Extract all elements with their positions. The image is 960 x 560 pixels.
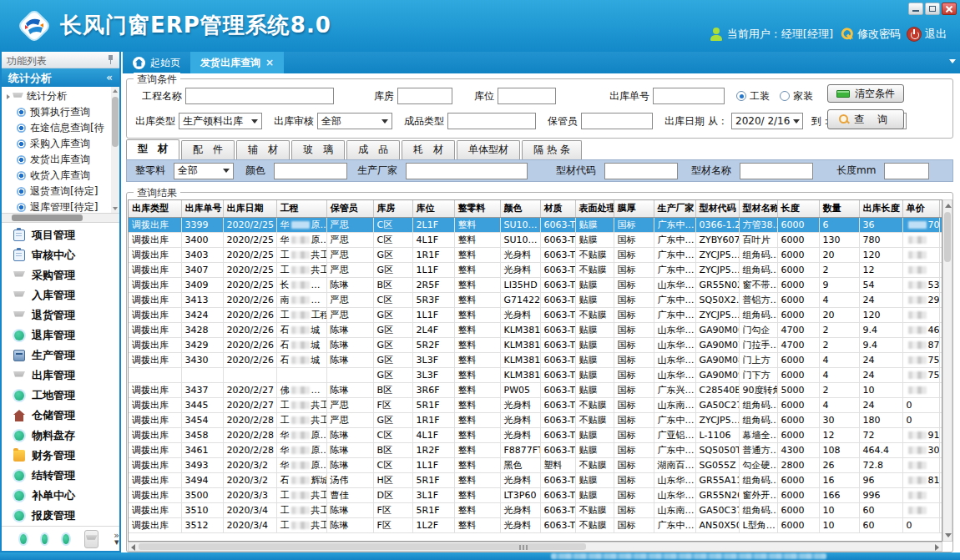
sidebar-item-生产管理[interactable]: 生产管理: [2, 346, 119, 366]
change-password-button[interactable]: 修改密码: [840, 27, 901, 42]
column-header[interactable]: 工程: [276, 200, 326, 217]
table-row[interactable]: 调拨出库34612020/2/28华原…陈琳B区1R2F整料F8877FT606…: [129, 442, 942, 457]
material-tab[interactable]: 成 品: [346, 140, 400, 159]
material-tab[interactable]: 隔 热 条: [522, 140, 582, 159]
sidebar-item-财务管理[interactable]: 财务管理: [2, 446, 119, 466]
toolbar-dot-button[interactable]: [63, 534, 69, 544]
tree-item[interactable]: 预算执行查询: [7, 104, 119, 120]
column-header[interactable]: 长度: [777, 200, 819, 217]
sidebar-item-采购管理[interactable]: 采购管理: [2, 265, 119, 285]
tree-vertical-scrollbar[interactable]: [111, 87, 119, 213]
sidebar-item-审核中心[interactable]: 审核中心: [2, 245, 119, 265]
audit-select[interactable]: 全部: [317, 113, 392, 129]
tree-horizontal-scrollbar[interactable]: [2, 214, 119, 223]
table-row[interactable]: 调拨出库35122020/3/4工共工程陈琳F区1L2F整料光身料6063-T5…: [129, 517, 942, 532]
tree-item[interactable]: 发货出库查询: [7, 152, 119, 168]
search-button[interactable]: 查 询: [827, 109, 904, 129]
column-header[interactable]: 单价: [902, 200, 939, 217]
close-button[interactable]: [942, 3, 957, 15]
material-tab[interactable]: 辅 材: [236, 140, 290, 159]
column-header[interactable]: 材质: [540, 200, 575, 217]
location-input[interactable]: [498, 88, 556, 104]
tree-item[interactable]: 采购入库查询: [7, 136, 119, 152]
tab-list-chevron-down-icon[interactable]: [949, 59, 956, 63]
table-row[interactable]: G区3L3F整料KLM38176063-T5贴膜国标山东华…GA90M09.门下…: [129, 367, 942, 382]
table-row[interactable]: 调拨出库34302020/2/26石城陈琳G区3L3F整料KLM38176063…: [129, 352, 942, 367]
tree-item[interactable]: 在途信息查询[待: [7, 120, 119, 136]
scroll-left-icon[interactable]: [131, 544, 135, 551]
column-header[interactable]: 型材代码: [695, 200, 739, 217]
sidebar-item-报废管理[interactable]: 报废管理: [2, 506, 119, 526]
scroll-up-icon[interactable]: [113, 89, 118, 93]
toolbar-more-button[interactable]: » ▾: [114, 532, 119, 546]
date-from-select[interactable]: 2020/ 2/16: [731, 113, 803, 129]
tree-item[interactable]: 退库管理[待定]: [7, 199, 119, 214]
manufacturer-input[interactable]: [406, 163, 528, 179]
collapse-icon[interactable]: «: [106, 71, 113, 83]
warehouse-input[interactable]: [397, 88, 452, 104]
material-tab[interactable]: 配 件: [181, 140, 235, 159]
column-header[interactable]: 保管员: [326, 200, 373, 217]
tree-item[interactable]: 收货入库查询: [7, 168, 119, 184]
toolbar-dot-button[interactable]: [20, 534, 27, 544]
tree-root-statistics[interactable]: 统计分析: [7, 88, 119, 104]
radio-gongzhuang[interactable]: 工装: [736, 89, 770, 103]
product-type-input[interactable]: [447, 113, 536, 129]
tab-close-icon[interactable]: ×: [265, 57, 274, 68]
material-tab[interactable]: 玻 璃: [291, 140, 345, 159]
table-row[interactable]: 调拨出库35002020/3/3工共工程曹佳D区3L1F整料LT3P606063…: [129, 487, 942, 502]
pin-icon[interactable]: [107, 55, 114, 64]
tab-home[interactable]: 起始页: [123, 52, 190, 73]
material-tab[interactable]: 单体型材: [457, 140, 520, 159]
tab-shipment-out-query[interactable]: 发货出库查询×: [190, 52, 284, 73]
clear-conditions-button[interactable]: 清空条件: [827, 84, 904, 103]
sidebar-item-物料盘存[interactable]: 物料盘存: [2, 426, 119, 446]
table-row[interactable]: 调拨出库34282020/2/26石城陈琳G区2L4F整料KLM38176063…: [129, 322, 942, 337]
table-row[interactable]: 调拨出库34542020/2/28工共工程严思G区1R1F整料光身料6063-T…: [129, 412, 942, 427]
scroll-down-icon[interactable]: [113, 207, 118, 210]
column-header[interactable]: 出库单号: [181, 200, 223, 217]
keeper-input[interactable]: [581, 113, 653, 129]
sidebar-item-退货管理[interactable]: 退货管理: [2, 305, 119, 325]
expand-icon[interactable]: [7, 94, 10, 99]
table-row[interactable]: 调拨出库34942020/3/2石辉城汤伟H区5R1F整料光身料6063-T5贴…: [129, 472, 942, 487]
length-input[interactable]: [884, 163, 929, 179]
sidebar-item-仓储管理[interactable]: 仓储管理: [2, 406, 119, 426]
scroll-up-icon[interactable]: [945, 204, 952, 208]
table-row[interactable]: 调拨出库34002020/2/25华原…严思C区4L1F整料SU10…6063-…: [129, 232, 942, 247]
column-header[interactable]: 出库类型: [129, 200, 181, 217]
sidebar-item-工地管理[interactable]: 工地管理: [2, 386, 119, 406]
profile-code-input[interactable]: [604, 163, 678, 179]
maximize-button[interactable]: [925, 3, 940, 15]
scrollbar-thumb[interactable]: [944, 212, 951, 262]
logout-button[interactable]: 退出: [907, 27, 947, 42]
sidebar-item-补单中心[interactable]: 补单中心: [2, 486, 119, 506]
material-tab[interactable]: 耗 材: [402, 140, 455, 159]
toolbar-cart-button[interactable]: [84, 530, 99, 548]
toolbar-dot-button[interactable]: [42, 534, 48, 544]
grid-vertical-scrollbar[interactable]: [942, 199, 952, 542]
table-row[interactable]: 调拨出库34242020/2/26工工程严思G区1L1F整料光身料6063-T5…: [129, 307, 942, 322]
radio-jiazhuang[interactable]: 家装: [780, 89, 813, 103]
table-row[interactable]: 调拨出库34932020/3/2华原…陈琳C区1L1F整料黑色塑料不贴膜国标湖南…: [129, 457, 942, 472]
table-row[interactable]: 调拨出库34292020/2/26石城陈琳G区5R2F整料KLM38176063…: [129, 337, 942, 352]
column-header[interactable]: 库房: [373, 200, 412, 217]
sidebar-item-退库管理[interactable]: 退库管理: [2, 325, 119, 346]
column-header[interactable]: 出库日期: [223, 200, 276, 217]
material-tab[interactable]: 型 材: [126, 139, 179, 160]
table-row[interactable]: 调拨出库33992020/2/25华原…严思C区2L1F整料SU10…6063-…: [129, 217, 942, 232]
column-header[interactable]: 膜厚: [614, 200, 654, 217]
table-row[interactable]: 调拨出库34372020/2/27佛…陈琳B区3R6F整料PW056063-T5…: [129, 382, 942, 397]
sidebar-item-项目管理[interactable]: 项目管理: [2, 225, 119, 245]
table-row[interactable]: 调拨出库34582020/2/28华原…陈琳C区4L1F整料光身料6063-T5…: [129, 427, 942, 442]
column-header[interactable]: 颜色: [500, 200, 540, 217]
table-row[interactable]: 调拨出库34092020/2/25长…陈琳B区2R5F整料LI35HD6063-…: [129, 277, 942, 292]
scroll-right-icon[interactable]: [935, 544, 939, 551]
column-header[interactable]: 库位: [412, 200, 454, 217]
column-header[interactable]: 型材名称: [739, 200, 777, 217]
scroll-down-icon[interactable]: [945, 533, 952, 537]
tree-item[interactable]: 退货查询[待定]: [7, 184, 119, 199]
sidebar-item-入库管理[interactable]: 入库管理: [2, 285, 119, 305]
color-input[interactable]: [274, 163, 347, 179]
table-row[interactable]: 调拨出库35102020/3/4工共工程陈琳F区5R1F整料光身料6063-T5…: [129, 502, 942, 517]
